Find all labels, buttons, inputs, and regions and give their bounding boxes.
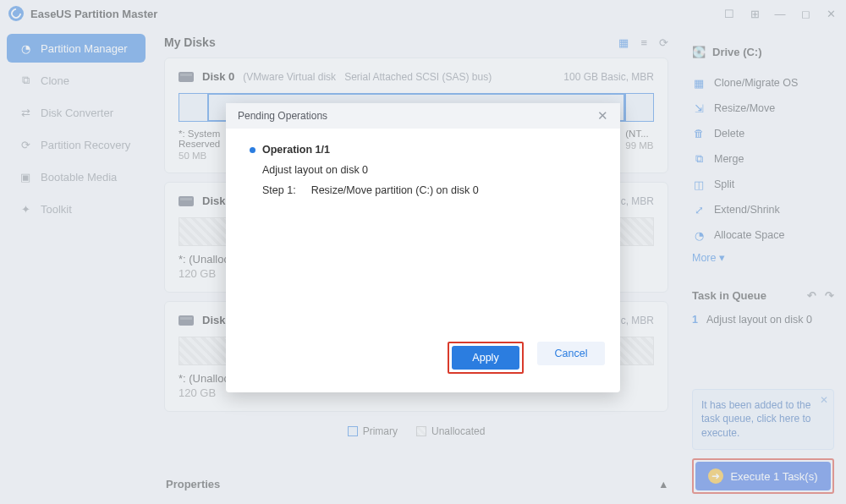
execute-tip[interactable]: ✕ It has been added to the task queue, c… [692, 389, 834, 450]
sidebar-item-partition-manager[interactable]: ◔ Partition Manager [7, 34, 146, 63]
app-logo-icon [8, 6, 24, 21]
recovery-icon: ⟳ [19, 138, 32, 151]
operation-header: Operation 1/1 [262, 144, 330, 156]
sidebar-item-label: Clone [41, 74, 69, 87]
gift-icon[interactable]: ⊞ [748, 8, 761, 20]
part-size: 50 MB [179, 151, 220, 161]
step-text: Resize/Move partition (C:) on disk 0 [311, 184, 479, 196]
expand-icon: ⤢ [692, 204, 706, 216]
disk-bus: Serial Attached SCSI (SAS) bus) [344, 71, 492, 83]
disk-meta: (VMware Virtual disk [243, 71, 336, 83]
legend: Primary Unallocated [164, 425, 668, 437]
tip-close-icon[interactable]: ✕ [820, 393, 828, 408]
pending-operations-dialog: Pending Operations ✕ Operation 1/1 Adjus… [226, 103, 620, 392]
operation-desc: Adjust layout on disk 0 [262, 164, 596, 176]
bullet-icon [250, 147, 255, 153]
view-toggles: ▦ ≡ ⟳ [618, 36, 668, 49]
chevron-up-icon: ▴ [661, 478, 667, 490]
execute-tasks-button[interactable]: ➜ Execute 1 Task(s) [695, 462, 831, 490]
action-resize-move[interactable]: ⇲Resize/Move [692, 96, 834, 121]
sidebar-item-label: Partition Manager [41, 42, 128, 55]
titlebar: EaseUS Partition Master ☐ ⊞ — ◻ ✕ [0, 0, 846, 27]
refresh-icon[interactable]: ⟳ [659, 36, 668, 49]
clone-icon: ⧉ [19, 74, 32, 87]
merge-icon: ⧉ [692, 153, 706, 166]
properties-label: Properties [166, 478, 220, 490]
redo-icon[interactable]: ↷ [825, 289, 834, 302]
sidebar-item-label: Disk Converter [41, 107, 113, 119]
undo-icon[interactable]: ↶ [807, 289, 816, 302]
resize-icon: ⇲ [692, 102, 706, 115]
allocate-icon: ◔ [692, 229, 706, 242]
action-split[interactable]: ◫Split [692, 172, 834, 197]
split-icon: ◫ [692, 178, 706, 191]
sidebar-item-clone[interactable]: ⧉ Clone [7, 66, 146, 95]
drive-icon: 💽 [692, 46, 706, 58]
dialog-title: Pending Operations [238, 110, 327, 122]
action-merge[interactable]: ⧉Merge [692, 146, 834, 172]
list-view-icon[interactable]: ≡ [640, 36, 647, 49]
queue-desc: Adjust layout on disk 0 [706, 314, 812, 326]
minimize-icon[interactable]: — [773, 8, 787, 20]
part-label: (NT... [625, 129, 654, 139]
disk-name: Disk 0 [202, 70, 234, 83]
disk-size: 100 GB Basic, MBR [563, 71, 654, 83]
drive-title: Drive (C:) [712, 46, 762, 58]
pie-icon: ◔ [19, 41, 32, 55]
sidebar-item-label: Partition Recovery [41, 139, 130, 151]
sidebar-item-label: Toolkit [41, 203, 72, 216]
sidebar-item-toolkit[interactable]: ✦ Toolkit [7, 194, 146, 223]
grid-view-icon[interactable]: ▦ [618, 36, 629, 49]
queue-item[interactable]: 1 Adjust layout on disk 0 [692, 314, 834, 326]
tip-text: It has been added to the task queue, cli… [701, 399, 810, 440]
execute-label: Execute 1 Task(s) [730, 470, 817, 483]
convert-icon: ⇄ [19, 106, 32, 119]
window-controls: ☐ ⊞ — ◻ ✕ [722, 8, 838, 20]
part-size: 99 MB [625, 140, 654, 151]
sidebar: ◔ Partition Manager ⧉ Clone ⇄ Disk Conve… [0, 27, 152, 504]
dialog-close-icon[interactable]: ✕ [597, 108, 608, 123]
apply-highlight: Apply [448, 342, 524, 374]
app-title: EaseUS Partition Master [30, 8, 157, 20]
media-icon: ▣ [19, 170, 32, 184]
action-allocate-space[interactable]: ◔Allocate Space [692, 222, 834, 248]
sidebar-item-partition-recovery[interactable]: ⟳ Partition Recovery [7, 130, 146, 159]
feedback-icon[interactable]: ☐ [722, 8, 736, 20]
step-label: Step 1: [262, 184, 296, 196]
action-clone-migrate[interactable]: ▦Clone/Migrate OS [692, 70, 834, 96]
sidebar-item-disk-converter[interactable]: ⇄ Disk Converter [7, 98, 146, 127]
trash-icon: 🗑 [692, 128, 706, 140]
part-label: *: System Reserved [179, 129, 220, 149]
close-icon[interactable]: ✕ [824, 8, 838, 20]
maximize-icon[interactable]: ◻ [799, 8, 812, 20]
legend-primary: Primary [363, 425, 398, 437]
right-panel: 💽 Drive (C:) ▦Clone/Migrate OS ⇲Resize/M… [680, 27, 846, 504]
properties-toggle[interactable]: Properties ▴ [164, 473, 668, 496]
sidebar-item-label: Bootable Media [41, 171, 117, 184]
arrow-right-icon: ➜ [708, 468, 723, 484]
execute-highlight: ➜ Execute 1 Task(s) [692, 458, 834, 494]
more-actions[interactable]: More ▾ [692, 251, 834, 264]
action-extend-shrink[interactable]: ⤢Extend/Shrink [692, 197, 834, 222]
apply-button[interactable]: Apply [452, 346, 519, 370]
toolkit-icon: ✦ [19, 202, 32, 216]
cancel-button[interactable]: Cancel [537, 342, 605, 365]
hdd-icon [179, 196, 194, 206]
queue-title: Task in Queue [692, 289, 766, 302]
legend-unallocated: Unallocated [431, 425, 485, 437]
hdd-icon [179, 315, 194, 326]
action-delete[interactable]: 🗑Delete [692, 121, 834, 146]
grid-icon: ▦ [692, 77, 706, 90]
page-title: My Disks [164, 36, 216, 49]
hdd-icon [179, 72, 194, 82]
queue-index: 1 [692, 314, 698, 326]
sidebar-item-bootable-media[interactable]: ▣ Bootable Media [7, 162, 146, 191]
